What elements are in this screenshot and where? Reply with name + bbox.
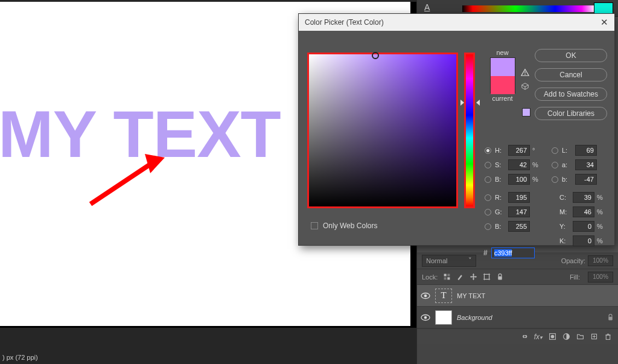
ok-button[interactable]: OK <box>535 49 607 62</box>
svg-rect-16 <box>608 317 613 321</box>
svg-rect-23 <box>606 335 610 339</box>
radio-r[interactable] <box>485 194 491 201</box>
hue-slider[interactable] <box>464 53 475 208</box>
status-bar: ) px (72 ppi) <box>0 351 38 364</box>
adjustment-layer-icon[interactable] <box>562 333 570 340</box>
input-k[interactable]: 0 <box>573 235 594 246</box>
trash-icon[interactable] <box>604 333 612 340</box>
text-layer-preview: MY TEXT <box>0 95 281 172</box>
only-web-colors-label: Only Web Colors <box>323 222 377 230</box>
radio-s[interactable] <box>485 162 491 168</box>
svg-rect-3 <box>448 274 450 276</box>
svg-point-13 <box>424 294 427 297</box>
close-icon[interactable]: ✕ <box>600 17 608 28</box>
current-color-swatch[interactable] <box>491 76 515 94</box>
fx-icon[interactable]: fx▾ <box>534 333 543 341</box>
layers-panel: Normal ˅ Opacity: 100% Lock: Fill: 100% … <box>417 252 618 344</box>
new-layer-icon[interactable] <box>590 333 598 340</box>
chevron-down-icon: ˅ <box>468 257 472 264</box>
radio-b-lab[interactable] <box>552 176 558 183</box>
new-color-swatch[interactable] <box>491 58 515 76</box>
input-r[interactable]: 195 <box>508 192 530 203</box>
add-to-swatches-button[interactable]: Add to Swatches <box>535 88 607 101</box>
websafe-warning-icon[interactable] <box>521 83 529 90</box>
dialog-title: Color Picker (Text Color) <box>305 18 384 27</box>
radio-b-hsb[interactable] <box>485 176 491 183</box>
radio-h[interactable] <box>485 147 491 154</box>
radio-g[interactable] <box>485 209 491 216</box>
lock-pixels-icon[interactable] <box>443 273 451 281</box>
layer-name: MY TEXT <box>457 292 485 299</box>
svg-rect-2 <box>444 274 447 276</box>
radio-a[interactable] <box>552 162 558 168</box>
lock-artboard-icon[interactable] <box>483 273 491 281</box>
layer-thumbnail-bg <box>435 310 452 325</box>
hue-cursor-right[interactable] <box>476 100 480 106</box>
cancel-button[interactable]: Cancel <box>535 68 607 81</box>
hue-cursor-left[interactable] <box>460 100 464 106</box>
input-m[interactable]: 46 <box>573 206 594 217</box>
lock-all-icon[interactable] <box>496 273 504 281</box>
radio-l[interactable] <box>552 147 558 154</box>
link-layers-icon[interactable] <box>520 333 528 340</box>
svg-rect-4 <box>444 277 447 279</box>
color-spectrum-strip[interactable] <box>462 5 595 12</box>
checkbox[interactable] <box>311 222 318 229</box>
lock-label: Lock: <box>422 273 438 281</box>
layer-row-background[interactable]: Background <box>417 307 618 328</box>
only-web-colors-option[interactable]: Only Web Colors <box>311 222 377 230</box>
foreground-swatch[interactable] <box>594 2 613 14</box>
input-y[interactable]: 0 <box>573 221 594 232</box>
radio-b-rgb[interactable] <box>485 223 491 230</box>
input-b-rgb[interactable]: 255 <box>508 221 530 232</box>
input-l[interactable]: 69 <box>575 145 597 156</box>
svg-rect-5 <box>448 277 450 279</box>
opacity-label: Opacity: <box>561 257 585 264</box>
websafe-swatch[interactable] <box>522 108 530 117</box>
svg-rect-11 <box>499 276 503 280</box>
lock-brush-icon[interactable] <box>456 273 464 281</box>
character-panel-icon[interactable]: A <box>424 2 430 12</box>
input-b-lab[interactable]: -47 <box>575 174 597 185</box>
visibility-eye-icon[interactable] <box>421 313 430 322</box>
color-swatch-compare: new current <box>486 49 519 102</box>
lock-icon <box>607 313 614 321</box>
input-s[interactable]: 42 <box>508 159 530 170</box>
opacity-input[interactable]: 100% <box>588 255 613 266</box>
new-label: new <box>486 49 519 56</box>
svg-point-15 <box>424 316 427 319</box>
blend-mode-value: Normal <box>426 257 447 264</box>
color-field-cursor[interactable] <box>372 52 379 59</box>
dialog-titlebar[interactable]: Color Picker (Text Color) ✕ <box>299 14 614 31</box>
svg-point-27 <box>524 74 526 75</box>
mask-icon[interactable] <box>549 333 556 340</box>
gamut-warning-icon[interactable] <box>521 68 529 78</box>
color-picker-dialog: Color Picker (Text Color) ✕ new current … <box>298 13 615 246</box>
hash-label: # <box>483 249 488 257</box>
svg-rect-6 <box>485 274 489 279</box>
visibility-eye-icon[interactable] <box>421 291 430 301</box>
svg-point-18 <box>551 335 555 339</box>
layers-footer: fx▾ <box>417 328 618 344</box>
input-b-hsb[interactable]: 100 <box>508 174 530 185</box>
blend-mode-select[interactable]: Normal ˅ <box>422 255 476 267</box>
layer-row-text[interactable]: T MY TEXT <box>417 285 618 307</box>
current-label: current <box>486 95 519 102</box>
input-a[interactable]: 34 <box>575 159 597 170</box>
fill-input[interactable]: 100% <box>588 272 613 283</box>
fill-label: Fill: <box>570 273 580 281</box>
hex-input[interactable]: c393ff <box>491 247 535 258</box>
input-h[interactable]: 267 <box>508 145 530 156</box>
group-icon[interactable] <box>576 333 584 340</box>
color-field[interactable] <box>307 53 458 208</box>
input-g[interactable]: 147 <box>508 206 530 217</box>
color-libraries-button[interactable]: Color Libraries <box>535 107 607 120</box>
layer-thumbnail-text: T <box>435 289 452 303</box>
lock-move-icon[interactable] <box>470 273 477 281</box>
layer-name: Background <box>457 314 492 321</box>
input-c[interactable]: 39 <box>573 192 594 203</box>
